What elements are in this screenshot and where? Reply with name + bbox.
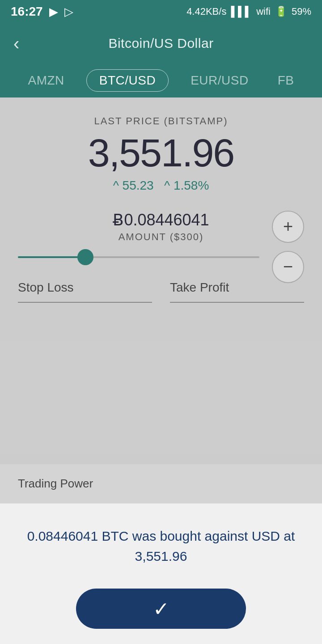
tab-bar: AMZN BTC/USD EUR/USD FB [0, 64, 322, 97]
checkmark-icon: ✓ [153, 597, 169, 620]
slider-fill [18, 256, 85, 258]
amount-section: Ƀ0.08446041 AMOUNT ($300) + − [18, 211, 304, 243]
stop-loss-field[interactable]: Stop Loss [18, 280, 152, 303]
confirmation-text: 0.08446041 BTC was bought against USD at… [18, 526, 304, 566]
btc-value: 0.08446041 [124, 211, 209, 229]
increase-button[interactable]: + [272, 211, 304, 243]
slider-track [18, 256, 259, 258]
price-section: LAST PRICE (BITSTAMP) 3,551.96 ^ 55.23 ^… [18, 115, 304, 193]
trading-power-label: Trading Power [18, 477, 93, 490]
back-button[interactable]: ‹ [13, 34, 19, 52]
tab-amzn[interactable]: AMZN [21, 69, 71, 92]
stop-loss-line [18, 302, 152, 303]
confirm-button[interactable]: ✓ [76, 589, 246, 629]
amount-btc: Ƀ0.08446041 [18, 211, 304, 229]
battery-level: 59% [292, 6, 311, 17]
price-change-amount: ^ 55.23 [113, 178, 154, 192]
tab-eurusd[interactable]: EUR/USD [183, 69, 256, 92]
slider-thumb[interactable] [77, 249, 93, 265]
tab-fb[interactable]: FB [271, 69, 301, 92]
top-header: ‹ Bitcoin/US Dollar [0, 23, 322, 64]
decrease-button[interactable]: − [272, 251, 304, 283]
main-content: LAST PRICE (BITSTAMP) 3,551.96 ^ 55.23 ^… [0, 97, 322, 464]
status-bar: 16:27 ▶ ▷ 4.42KB/s ▌▌▌ wifi 🔋 59% [0, 0, 322, 23]
play-icon: ▷ [64, 5, 73, 19]
wifi-icon: wifi [256, 6, 271, 17]
sl-tp-row: Stop Loss Take Profit [18, 280, 304, 303]
btc-symbol: Ƀ [113, 211, 124, 229]
status-bar-left: 16:27 ▶ ▷ [11, 4, 73, 19]
price-change-pct: ^ 1.58% [164, 178, 209, 192]
network-speed: 4.42KB/s [186, 6, 226, 17]
status-time: 16:27 [11, 4, 43, 19]
price-value: 3,551.96 [18, 131, 304, 175]
take-profit-field[interactable]: Take Profit [170, 280, 304, 303]
page-title: Bitcoin/US Dollar [108, 36, 213, 51]
trading-power-bar: Trading Power [0, 464, 322, 503]
price-change: ^ 55.23 ^ 1.58% [18, 178, 304, 193]
youtube-icon: ▶ [49, 5, 58, 19]
price-label: LAST PRICE (BITSTAMP) [18, 115, 304, 127]
amount-slider-wrap[interactable] [18, 256, 304, 258]
amount-label: AMOUNT ($300) [18, 231, 304, 243]
confirmation-panel: 0.08446041 BTC was bought against USD at… [0, 503, 322, 644]
signal-icon: ▌▌▌ [231, 6, 252, 17]
take-profit-line [170, 302, 304, 303]
status-bar-right: 4.42KB/s ▌▌▌ wifi 🔋 59% [186, 6, 311, 17]
plus-minus-controls: + − [272, 211, 304, 283]
battery-icon: 🔋 [275, 6, 287, 17]
tab-btcusd[interactable]: BTC/USD [86, 69, 169, 92]
stop-loss-label: Stop Loss [18, 280, 152, 295]
